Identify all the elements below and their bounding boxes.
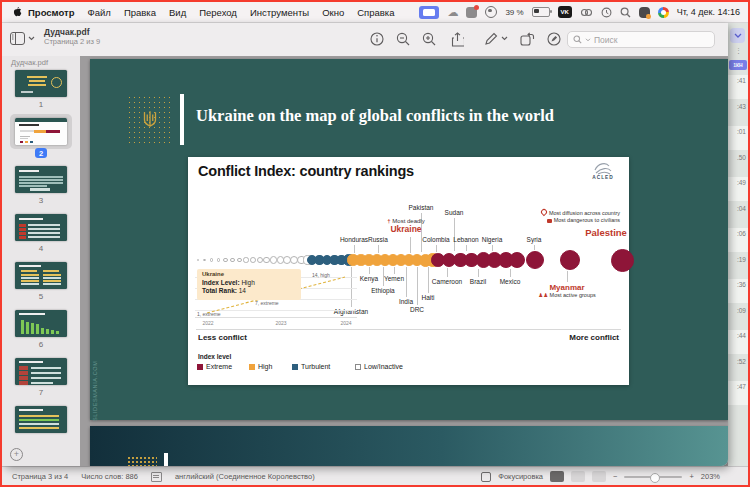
markup-chevron-icon[interactable] <box>501 36 508 41</box>
search-input[interactable]: Поиск <box>567 31 715 48</box>
country-label-syria: Syria <box>527 236 542 243</box>
zoom-out-control[interactable]: − <box>613 472 617 481</box>
screen-mirroring-icon[interactable] <box>419 6 439 19</box>
thumbnail-page-3[interactable]: 3 <box>15 166 67 206</box>
ukraine-annotation: † Most deadly Ukraine <box>387 218 424 234</box>
link-icon[interactable] <box>580 5 593 19</box>
legend-swatch <box>249 364 255 370</box>
groups-icon: ♟♟ <box>538 292 549 298</box>
page-number-label: 2 <box>15 148 67 158</box>
zoom-out-button[interactable] <box>396 32 411 46</box>
chat-time: :19 <box>728 254 748 278</box>
rotate-button[interactable] <box>520 32 535 46</box>
country-label-ethiopia: Ethiopia <box>371 287 395 294</box>
word-status-bar: Страница 3 из 4Число слов: 886английский… <box>2 466 748 486</box>
browser-icon[interactable] <box>658 7 669 18</box>
screen: ПросмотрФайлПравкаВидПереходИнструментыО… <box>0 0 750 487</box>
pdf-main-view[interactable]: Ukraine on the map of global conflicts i… <box>80 56 728 466</box>
country-label-pakistan: Pakistan <box>409 204 434 211</box>
more-dots-icon[interactable]: ⋮ <box>735 47 742 55</box>
share-button[interactable] <box>451 32 464 47</box>
battery-percent: 39 % <box>505 8 523 17</box>
zoom-slider-knob[interactable] <box>650 473 660 483</box>
menu-Вид[interactable]: Вид <box>169 7 186 18</box>
view-mode-read-icon[interactable] <box>592 471 606 482</box>
ukraine-leader-line <box>410 237 411 253</box>
title-accent-bar-partial <box>164 453 168 466</box>
country-label-colombia: Colombia <box>422 236 449 243</box>
history-clock-icon[interactable] <box>601 5 612 19</box>
thumbnail-image <box>15 310 67 337</box>
thumbnail-page-1[interactable]: 1 <box>15 70 67 110</box>
thumbnail-page-5[interactable]: 5 <box>15 262 67 302</box>
word-status-item[interactable]: Страница 3 из 4 <box>12 472 68 481</box>
zoom-in-control[interactable]: + <box>689 472 693 481</box>
spotlight-search-icon[interactable] <box>620 5 631 19</box>
thumbnail-page-4[interactable]: 4 <box>15 214 67 254</box>
battery-icon <box>532 7 550 17</box>
menu-Инструменты[interactable]: Инструменты <box>250 7 309 18</box>
page-number-label: 3 <box>15 196 67 205</box>
menu-Просмотр[interactable]: Просмотр <box>28 7 75 18</box>
apple-menu-icon[interactable] <box>12 6 22 18</box>
legend-swatch <box>197 364 203 370</box>
record-icon[interactable] <box>485 6 497 18</box>
menubar-status-icons: ☁ 39 % VK Чт, 4 дек. 14:16 <box>419 5 748 19</box>
menu-Правка[interactable]: Правка <box>124 7 156 18</box>
country-label-kenya: Kenya <box>360 275 378 282</box>
title-accent-bar <box>180 94 184 145</box>
vk-icon[interactable]: VK <box>558 6 572 18</box>
background-window-strip: ⋮ 1КН :41:43:01.50:49:04:06:19:36:09:44:… <box>728 23 748 466</box>
legend-item-low-inactive: Low/Inactive <box>355 363 403 370</box>
leader-line <box>406 267 407 297</box>
menu-Файл[interactable]: Файл <box>88 7 111 18</box>
bubble-low-inactive <box>257 257 263 263</box>
thumbnail-page-7[interactable]: 7 <box>15 358 67 398</box>
myanmar-leader-line <box>567 271 568 282</box>
highlight-pen-button[interactable] <box>547 32 561 46</box>
zoom-slider[interactable] <box>624 476 682 478</box>
country-label-nigeria: Nigeria <box>482 236 503 243</box>
legend-item-turbulent: Turbulent <box>292 363 330 370</box>
country-label-yemen: Yemen <box>384 275 404 282</box>
view-mode-web-icon[interactable] <box>571 471 585 482</box>
word-status-item[interactable]: Число слов: 886 <box>81 472 138 481</box>
thumbnail-page-8[interactable] <box>15 406 67 446</box>
chevron-down-icon[interactable] <box>730 28 745 43</box>
chat-time: :49 <box>728 177 748 201</box>
ukraine-tooltip: Ukraine Index Level: High Total Rank: 14 <box>197 269 301 300</box>
leader-line <box>534 245 535 250</box>
legend-title: Index level <box>198 353 231 360</box>
menu-Справка[interactable]: Справка <box>357 7 394 18</box>
bubble-low-inactive <box>217 258 221 262</box>
info-button[interactable] <box>370 32 384 46</box>
thumbnail-image <box>15 166 67 193</box>
bubble-low-inactive <box>223 258 227 262</box>
menu-Окно[interactable]: Окно <box>322 7 344 18</box>
zoom-percent[interactable]: 203% <box>701 472 720 481</box>
thumbnail-page-2[interactable]: 2 <box>15 118 67 158</box>
focus-label[interactable]: Фокусировка <box>498 472 543 481</box>
word-status-item[interactable]: английский (Соединенное Королевство) <box>175 472 315 481</box>
markup-pencil-button[interactable] <box>484 32 498 46</box>
menu-Переход[interactable]: Переход <box>199 7 237 18</box>
slide-title: Ukraine on the map of global conflicts i… <box>196 106 676 126</box>
notification-app-icon[interactable] <box>466 7 477 18</box>
view-mode-print-icon[interactable] <box>550 471 564 482</box>
more-conflict-label: More conflict <box>569 333 619 342</box>
zoom-in-button[interactable] <box>422 32 437 46</box>
page-number-label: 5 <box>15 292 67 301</box>
proofing-book-icon[interactable] <box>151 472 162 482</box>
page-number-label: 7 <box>15 388 67 397</box>
add-page-button[interactable]: + <box>10 448 23 461</box>
most-dangerous-label: Most dangerous to civilians <box>554 217 620 223</box>
menubar-clock[interactable]: Чт, 4 дек. 14:16 <box>677 7 740 17</box>
trident-emblem-partial <box>127 456 157 466</box>
thumbnail-page-6[interactable]: 6 <box>15 310 67 350</box>
most-active-label: Most active groups <box>550 292 596 298</box>
sidebar-toggle-button[interactable] <box>10 32 35 45</box>
app-icon-orange-dot[interactable] <box>639 7 650 18</box>
cloud-icon[interactable]: ☁ <box>447 5 458 19</box>
legend-item-high: High <box>249 363 272 370</box>
chat-time: :41 <box>728 75 748 99</box>
